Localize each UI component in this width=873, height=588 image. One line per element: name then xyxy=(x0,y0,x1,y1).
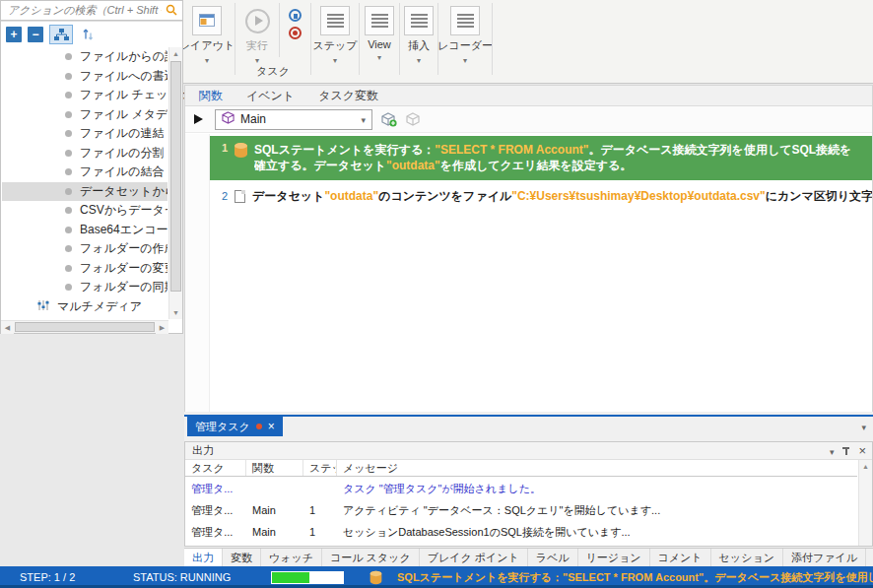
dropdown-caret-icon xyxy=(417,53,421,65)
tab-sessions[interactable]: セッション xyxy=(711,549,783,566)
expand-all-button[interactable] xyxy=(6,27,22,42)
database-icon xyxy=(235,143,247,158)
close-icon[interactable] xyxy=(858,444,866,457)
tab-breakpoints[interactable]: ブレイク ポイント xyxy=(420,549,528,566)
bullet-icon xyxy=(65,227,72,233)
dropdown-caret-icon xyxy=(205,53,209,65)
step-list: 1 SQLステートメントを実行する："SELECT * FROM Account… xyxy=(185,134,872,412)
tree-item[interactable]: ファイル チェックサムの xyxy=(2,86,168,105)
horizontal-scrollbar[interactable] xyxy=(1,320,168,333)
vertical-scrollbar[interactable] xyxy=(858,460,872,546)
status-bar: STEP: 1 / 2 STATUS: RUNNING SQLステートメントを実… xyxy=(0,566,873,588)
tab-comments[interactable]: コメント xyxy=(650,549,711,566)
sort-az-button[interactable] xyxy=(79,25,99,44)
app-window: Documents クリップボード 検索 レイアウト xyxy=(0,0,873,588)
scroll-up-icon[interactable] xyxy=(169,47,182,60)
bullet-icon xyxy=(65,130,72,137)
action-search-input[interactable]: アクションの検索（Ctrl + Shift + , xyxy=(0,0,183,21)
document-tab-management-task[interactable]: 管理タスク xyxy=(187,417,283,436)
scroll-left-icon[interactable] xyxy=(1,321,14,334)
column-header-task[interactable]: タスク xyxy=(185,460,246,476)
function-selector[interactable]: Main xyxy=(215,109,372,130)
scroll-right-icon[interactable] xyxy=(156,321,168,334)
output-panel-header: 出力 xyxy=(185,442,872,460)
tree-item[interactable]: ファイルへの書込み xyxy=(2,67,168,87)
tree-item[interactable]: ファイル メタデータの取 xyxy=(2,105,168,125)
actions-panel: アクション ファイルからの読込み ファイルへの書込み ファイル チェックサムの … xyxy=(0,0,183,334)
tree-item[interactable]: CSVからデータセット xyxy=(2,201,168,221)
column-header-function[interactable]: 関数 xyxy=(246,460,303,476)
panel-menu-caret-icon[interactable] xyxy=(830,445,835,457)
tree-item[interactable]: Base64エンコード/デ xyxy=(2,221,168,240)
record-icon[interactable] xyxy=(289,27,302,39)
scrollbar-thumb[interactable] xyxy=(170,61,181,292)
column-header-step[interactable]: ステップ xyxy=(303,460,337,476)
tab-task-variables[interactable]: タスク変数 xyxy=(318,88,378,104)
bottom-panel: 管理タスク 出力 タスク 関数 ステップ メッセージ 管理タ... xyxy=(184,412,873,566)
dropdown-caret-icon xyxy=(361,112,366,126)
scroll-down-icon[interactable] xyxy=(169,306,182,319)
scrollbar-thumb[interactable] xyxy=(15,322,155,332)
tree-view-button[interactable] xyxy=(49,25,73,44)
selected-function: Main xyxy=(240,112,266,126)
vertical-scrollbar[interactable] xyxy=(168,47,182,319)
tab-watch[interactable]: ウォッチ xyxy=(261,549,322,566)
ribbon-button-layout[interactable]: レイアウト xyxy=(182,0,232,65)
tab-attachments[interactable]: 添付ファイル xyxy=(783,549,866,566)
tree-item-multimedia[interactable]: マルチメディア xyxy=(2,297,168,317)
ribbon-button-view[interactable]: View xyxy=(363,0,396,62)
step-row-2[interactable]: 2 データセット"outdata"のコンテンツをファイル"C:¥Users¥ts… xyxy=(210,185,872,207)
status-step-counter: STEP: 1 / 2 xyxy=(20,571,103,583)
tab-events[interactable]: イベント xyxy=(246,88,295,104)
ribbon-group-task: 実行 タスク xyxy=(238,0,307,81)
actions-tree: ファイルからの読込み ファイルへの書込み ファイル チェックサムの ファイル メ… xyxy=(2,47,168,319)
output-row[interactable]: 管理タ... タスク "管理タスク"が開始されました。 xyxy=(185,478,857,499)
search-icon[interactable] xyxy=(166,4,177,18)
tab-variables[interactable]: 変数 xyxy=(223,549,261,566)
bullet-icon xyxy=(65,168,72,175)
tab-labels[interactable]: ラベル xyxy=(528,549,578,566)
list-lines-icon xyxy=(411,14,428,28)
bottom-tab-bar: 出力 変数 ウォッチ コール スタック ブレイク ポイント ラベル リージョン … xyxy=(184,548,873,566)
output-row[interactable]: 管理タ... Main 1 アクティビティ "データベース：SQLクエリ"を開始… xyxy=(185,499,857,521)
output-column-headers: タスク 関数 ステップ メッセージ xyxy=(185,460,857,477)
tree-item[interactable]: フォルダーの作成 xyxy=(2,239,168,259)
bullet-icon xyxy=(65,73,72,80)
dropdown-caret-icon xyxy=(463,53,467,65)
tree-item-selected[interactable]: データセットからCSV xyxy=(2,182,168,202)
pin-icon[interactable] xyxy=(841,446,850,456)
tree-item[interactable]: ファイルの分割 xyxy=(2,144,168,163)
scroll-up-icon[interactable] xyxy=(859,460,872,473)
tab-functions[interactable]: 関数 xyxy=(199,88,223,104)
tab-call-stack[interactable]: コール スタック xyxy=(322,549,420,566)
tab-regions[interactable]: リージョン xyxy=(578,549,650,566)
collapse-all-button[interactable] xyxy=(28,27,43,42)
step-row-1-active[interactable]: 1 SQLステートメントを実行する："SELECT * FROM Account… xyxy=(210,136,872,180)
close-tab-icon[interactable] xyxy=(268,421,275,432)
column-header-message[interactable]: メッセージ xyxy=(337,460,857,476)
cube-icon xyxy=(222,111,235,127)
database-icon xyxy=(370,571,382,585)
step-description: データセット"outdata"のコンテンツをファイル"C:¥Users¥tsus… xyxy=(252,188,872,205)
ribbon-button-step[interactable]: ステップ xyxy=(314,0,356,65)
search-placeholder: アクションの検索（Ctrl + Shift + , xyxy=(8,3,162,18)
separator xyxy=(279,3,280,57)
tree-item[interactable]: ファイルの結合 xyxy=(2,163,168,182)
file-icon xyxy=(235,190,245,203)
output-row[interactable]: 管理タ... Main 1 セッションDatabaseSession1のSQL接… xyxy=(185,521,857,543)
bullet-icon xyxy=(65,92,72,98)
ribbon-button-run[interactable]: 実行 xyxy=(238,0,276,65)
tab-output[interactable]: 出力 xyxy=(184,549,223,566)
ribbon-button-recorder[interactable]: レコーダー xyxy=(441,0,489,65)
tab-list-caret-icon[interactable] xyxy=(861,421,866,432)
bullet-icon xyxy=(65,245,72,252)
sliders-icon xyxy=(37,299,49,314)
tree-item[interactable]: ファイルからの読込み xyxy=(2,47,168,67)
add-function-button[interactable] xyxy=(381,112,397,127)
tree-item[interactable]: ファイルの連結 xyxy=(2,124,168,144)
ribbon-button-insert[interactable]: 挿入 xyxy=(403,0,435,65)
pause-icon[interactable] xyxy=(289,9,302,22)
tree-item[interactable]: フォルダーの変更 xyxy=(2,259,168,279)
tree-item[interactable]: フォルダーの同期 xyxy=(2,278,168,297)
delete-function-button[interactable] xyxy=(406,112,420,126)
